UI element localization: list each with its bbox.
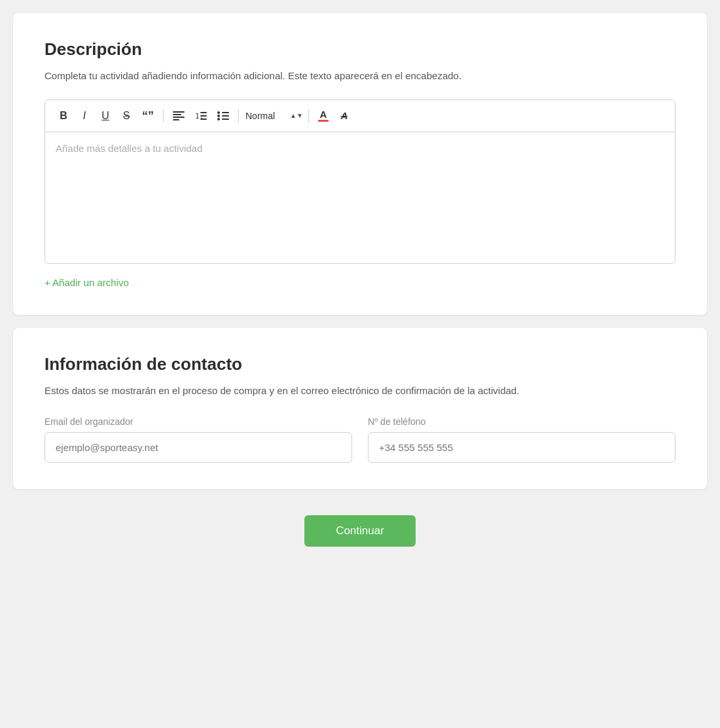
- svg-rect-13: [222, 118, 229, 120]
- add-file-link[interactable]: + Añadir un archivo: [45, 277, 129, 288]
- phone-field-group: Nº de teléfono: [368, 416, 675, 463]
- align-left-button[interactable]: [169, 107, 189, 125]
- unordered-list-button[interactable]: [213, 107, 233, 125]
- ordered-list-button[interactable]: 1.: [191, 107, 211, 125]
- select-arrow-icon: ▲▼: [290, 112, 303, 119]
- editor-toolbar: B I U S “” 1.: [45, 100, 675, 132]
- svg-rect-11: [222, 112, 229, 113]
- contact-subtitle: Estos datos se mostrarán en el proceso d…: [45, 384, 675, 399]
- font-color-icon: A: [318, 109, 329, 122]
- strikethrough-button[interactable]: S: [117, 107, 135, 125]
- svg-rect-12: [222, 115, 229, 117]
- ordered-list-icon: 1.: [195, 111, 207, 120]
- unordered-list-icon: [217, 111, 229, 120]
- underline-button[interactable]: U: [96, 107, 115, 125]
- toolbar-divider-1: [163, 109, 164, 122]
- toolbar-divider-2: [238, 109, 239, 122]
- svg-rect-5: [200, 112, 207, 113]
- contact-title: Información de contacto: [45, 354, 675, 374]
- editor-body[interactable]: Añade más detalles a tu actividad: [45, 132, 675, 263]
- svg-rect-3: [173, 119, 179, 120]
- toolbar-divider-3: [308, 109, 309, 122]
- bold-button[interactable]: B: [54, 107, 73, 125]
- svg-point-10: [217, 118, 220, 120]
- align-left-icon: [173, 111, 185, 120]
- email-label: Email del organizador: [45, 416, 352, 427]
- contact-card: Información de contacto Estos datos se m…: [13, 328, 707, 490]
- font-color-button[interactable]: A: [314, 107, 333, 125]
- rich-text-editor: B I U S “” 1.: [45, 100, 675, 264]
- footer-bar: Continuar: [0, 502, 720, 560]
- svg-rect-1: [173, 114, 181, 115]
- editor-placeholder: Añade más detalles a tu actividad: [56, 143, 202, 154]
- italic-button[interactable]: I: [75, 107, 94, 125]
- description-subtitle: Completa tu actividad añadiendo informac…: [45, 69, 675, 84]
- style-select-wrap[interactable]: Normal Heading 1 Heading 2 Heading 3 ▲▼: [244, 108, 303, 124]
- style-select[interactable]: Normal Heading 1 Heading 2 Heading 3: [244, 108, 289, 124]
- quote-button[interactable]: “”: [138, 107, 158, 125]
- email-field-group: Email del organizador: [45, 416, 352, 463]
- font-style-icon: A: [340, 111, 348, 120]
- contact-form-row: Email del organizador Nº de teléfono: [45, 416, 675, 463]
- svg-rect-7: [200, 118, 207, 120]
- svg-point-8: [217, 111, 220, 114]
- font-style-button[interactable]: A: [335, 107, 353, 125]
- svg-rect-0: [173, 111, 185, 113]
- description-title: Descripción: [45, 39, 675, 60]
- description-card: Descripción Completa tu actividad añadie…: [13, 13, 707, 315]
- phone-input[interactable]: [368, 432, 675, 463]
- email-input[interactable]: [45, 432, 352, 463]
- svg-rect-6: [200, 115, 207, 117]
- continue-button[interactable]: Continuar: [304, 515, 416, 547]
- svg-point-9: [217, 115, 220, 117]
- phone-label: Nº de teléfono: [368, 416, 675, 427]
- svg-rect-2: [173, 117, 185, 118]
